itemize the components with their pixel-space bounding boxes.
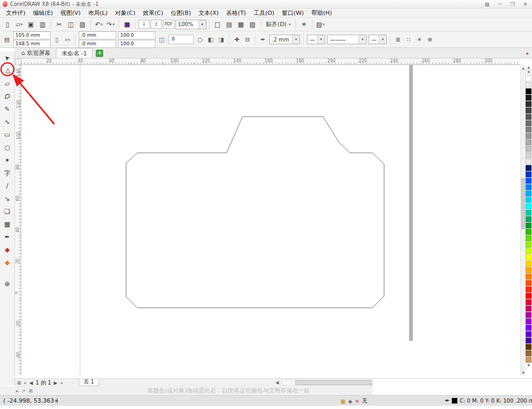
color-swatch[interactable] [526, 357, 531, 363]
mirror-horizontal-icon[interactable]: ◧ [206, 36, 215, 43]
paste-icon[interactable]: ▨ [77, 19, 88, 30]
rotation-angle-field[interactable]: .0 [168, 35, 194, 44]
line-style-select[interactable]: ———▾ [327, 35, 367, 44]
application-launcher-icon[interactable]: ▤▾ [315, 19, 326, 30]
cut-icon[interactable]: ✂ [54, 19, 64, 30]
rectangle-tool[interactable]: ▭ [2, 129, 13, 141]
menu-item-10[interactable]: 窗口(W) [278, 9, 307, 17]
menu-item-11[interactable]: 帮助(H) [307, 9, 336, 17]
color-swatch[interactable] [526, 146, 531, 152]
color-swatch[interactable] [526, 261, 531, 267]
tab-scroll-icon[interactable]: ▸ [526, 51, 529, 56]
document-palette-icon[interactable]: ▦ [340, 398, 345, 404]
position-tuning-icon[interactable]: ✳ [415, 36, 423, 43]
page-dimensions-field-0[interactable]: 105.0 mm [13, 31, 51, 39]
color-swatch[interactable] [526, 140, 531, 145]
color-swatch[interactable] [526, 133, 531, 139]
color-swatch[interactable] [526, 267, 531, 273]
color-swatch[interactable] [526, 223, 531, 228]
color-swatch[interactable] [526, 216, 531, 222]
fill-type-icon[interactable]: ◈ [348, 398, 352, 404]
portrait-icon[interactable]: ▯ [53, 36, 61, 43]
canvas[interactable] [21, 65, 520, 375]
menu-item-3[interactable]: 布局(L) [85, 9, 112, 17]
expand-icon[interactable]: ↗ [22, 388, 26, 394]
color-swatch[interactable] [526, 82, 531, 88]
polygon-tool[interactable]: ✶ [2, 154, 13, 166]
color-swatch[interactable] [526, 242, 531, 248]
start-arrowhead-dropdown-icon[interactable]: ▾ [317, 35, 325, 44]
color-swatch[interactable] [526, 210, 531, 216]
align-distribute-icon[interactable]: ∷ [404, 36, 413, 43]
color-swatch[interactable] [526, 88, 531, 94]
wrap-paragraph-text-icon[interactable]: ≣ [394, 36, 402, 43]
maximize-button[interactable]: ❐ [509, 2, 517, 7]
open-icon[interactable]: ▱▾ [14, 19, 24, 30]
options-icon[interactable]: ✳ [298, 19, 309, 30]
menu-item-9[interactable]: 工具(O) [250, 9, 278, 17]
color-swatch[interactable] [526, 114, 531, 120]
page-size-preset-icon[interactable]: ▤ [3, 36, 11, 43]
menu-item-6[interactable]: 位图(B) [167, 9, 195, 17]
minimize-button[interactable]: ─ [496, 2, 504, 7]
color-swatch[interactable] [526, 280, 531, 286]
color-swatch[interactable] [526, 299, 531, 305]
object-position-field-0[interactable]: .0 mm [79, 31, 116, 39]
end-arrowhead-dropdown-icon[interactable]: ▾ [379, 35, 386, 44]
color-swatch[interactable] [526, 120, 531, 126]
drop-shadow-tool[interactable]: ❏ [2, 206, 13, 217]
dimension-tool[interactable]: ∕ [2, 180, 13, 192]
color-swatch[interactable] [526, 108, 531, 113]
color-swatch[interactable] [526, 350, 531, 356]
interactive-fill-tool[interactable]: ◆ [2, 244, 13, 256]
node-edit-icon[interactable]: ✚ [232, 36, 241, 43]
color-swatch[interactable] [526, 287, 531, 292]
scroll-down-icon[interactable]: ▼ [521, 371, 526, 374]
menu-item-8[interactable]: 表格(T) [222, 9, 250, 17]
color-swatch[interactable] [526, 312, 531, 318]
color-swatch[interactable] [526, 248, 531, 254]
redo-icon[interactable]: ↷▾ [105, 19, 116, 30]
color-swatch[interactable] [526, 152, 531, 158]
menu-item-0[interactable]: 文件(F) [2, 9, 29, 17]
lock-ratio-icon[interactable]: ◫ [157, 36, 166, 43]
color-swatch[interactable] [526, 325, 531, 331]
color-swatch[interactable] [526, 178, 531, 184]
print-icon[interactable]: ▥ [37, 19, 48, 30]
zoom-tool[interactable]: Ϙ [2, 91, 13, 102]
undo-icon[interactable]: ↶▾ [94, 19, 104, 30]
vertical-ruler[interactable]: 140120100806040200-20-40 [15, 65, 21, 375]
ruler-origin[interactable] [15, 59, 21, 65]
menu-item-7[interactable]: 文本(X) [195, 9, 222, 17]
outline-width-select[interactable]: .2 mm▾ [269, 35, 300, 44]
outline-pen-icon[interactable]: ✒ [259, 36, 267, 43]
camera-outline-shape[interactable] [126, 117, 384, 308]
end-arrowhead-select[interactable]: —▾ [369, 35, 387, 44]
save-icon[interactable]: ▣ [26, 19, 36, 30]
more-options-icon[interactable]: ⊕ [426, 36, 434, 43]
color-eyedropper-tool[interactable]: ✒ [2, 231, 13, 243]
smart-fill-tool[interactable]: ◆ [2, 257, 13, 268]
snap-to-button[interactable]: 贴齐(D)▾ [264, 20, 293, 28]
full-screen-preview-icon[interactable]: □ [212, 19, 223, 30]
palette-scroll-down-icon[interactable]: ▼ [526, 363, 531, 367]
transparency-tool[interactable]: ▦ [2, 218, 13, 230]
tab-document[interactable]: 未命名 -1 [56, 48, 93, 58]
pick-tool[interactable]: ➤ [2, 52, 13, 64]
color-swatch[interactable] [526, 171, 531, 177]
tab-welcome[interactable]: ⌂ 欢迎屏幕 [16, 48, 56, 58]
first-page-button[interactable]: « [24, 380, 27, 386]
menu-item-4[interactable]: 对象(C) [111, 9, 139, 17]
menu-item-2[interactable]: 视图(V) [56, 9, 84, 17]
color-swatch[interactable] [526, 101, 531, 107]
color-swatch[interactable] [526, 338, 531, 343]
hscroll-left-icon[interactable]: ◀ [276, 380, 279, 385]
scroll-up-icon[interactable]: ▲ [521, 66, 526, 70]
status-expand-icon[interactable]: ▸ [55, 398, 58, 403]
previous-page-button[interactable]: ◀ [29, 380, 33, 386]
mirror-vertical-icon[interactable]: ◨ [217, 36, 226, 43]
color-swatch[interactable] [526, 235, 531, 241]
color-swatch[interactable] [526, 76, 531, 81]
object-position-field-1[interactable]: .0 mm [79, 40, 116, 48]
publish-pdf-button[interactable]: PDF [163, 20, 174, 29]
